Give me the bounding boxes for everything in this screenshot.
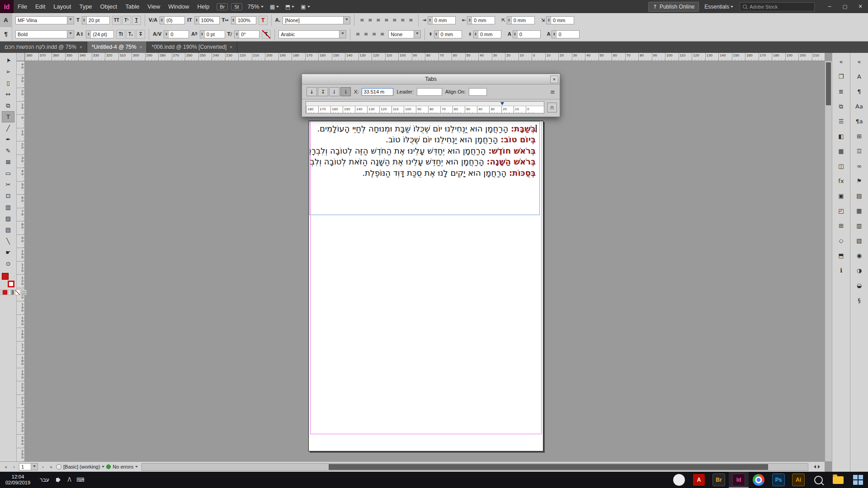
menu-item[interactable]: Table — [121, 0, 143, 13]
scissors-tool[interactable]: ✂ — [2, 179, 14, 190]
rectangle-frame-tool[interactable]: ⊠ — [2, 156, 14, 168]
adobe-stock-search-input[interactable]: Adobe Stock — [740, 2, 815, 11]
taskbar-illustrator[interactable]: Ai — [788, 472, 808, 488]
strikethrough-button[interactable]: T — [136, 30, 145, 39]
info-panel-icon[interactable]: ℹ — [834, 263, 849, 278]
free-transform-tool[interactable]: ⊡ — [2, 190, 14, 202]
vertical-justification-combo[interactable]: None — [388, 30, 421, 38]
tray-chevron-icon[interactable]: ᐱ — [64, 477, 75, 483]
font-family-combo[interactable]: MF Vilna — [15, 16, 74, 24]
apply-none-button[interactable]: ■ — [15, 290, 20, 295]
horizontal-ruler[interactable]: 3803703603503403303203103002902802702602… — [25, 53, 825, 61]
hyperlinks-panel-icon[interactable]: ∞ — [852, 159, 867, 174]
balance-columns-button[interactable]: ≡ — [370, 30, 378, 38]
justify-last-left-button[interactable]: ≡ — [399, 16, 406, 24]
tab-stop-marker[interactable] — [500, 102, 504, 107]
preflight-menu-icon[interactable] — [56, 464, 61, 469]
object-styles-panel-icon[interactable]: ▣ — [834, 188, 849, 203]
zoom-level-dropdown[interactable]: 75% — [248, 3, 264, 10]
close-tab-icon[interactable]: × — [80, 45, 82, 50]
close-tab-icon[interactable]: × — [140, 45, 142, 50]
center-justified-tab-icon[interactable]: ↧ — [318, 87, 328, 96]
pasteboard[interactable]: בְּשַׁבָּת: הָרַחֲמָן הוּא יַנְחִילֵנוּ … — [25, 61, 825, 461]
glyphs-panel-icon[interactable]: ⊞ — [852, 129, 867, 144]
scroll-right-icon[interactable] — [818, 465, 822, 469]
close-icon[interactable]: ✕ — [550, 75, 558, 83]
vertical-scale-field[interactable]: 100% — [194, 16, 220, 24]
paragraph-panel-icon[interactable]: ¶ — [852, 84, 867, 99]
menu-item[interactable]: Window — [164, 0, 193, 13]
pathfinder-panel-icon[interactable]: ◇ — [834, 233, 849, 248]
pencil-tool[interactable]: ✎ — [2, 145, 14, 156]
arrange-documents-dropdown[interactable]: ▣ — [301, 4, 310, 10]
collapse-panels-icon[interactable]: « — [834, 54, 849, 69]
gradient-panel-icon[interactable]: ◫ — [834, 159, 849, 174]
eyedropper-tool[interactable]: ╲ — [2, 235, 14, 247]
x-position-field[interactable]: 33.514 m — [362, 88, 393, 96]
text-wrap-panel-icon[interactable]: ◰ — [834, 203, 849, 218]
taskbar-acrobat[interactable]: A — [689, 472, 709, 488]
gap-tool[interactable]: ↔ — [2, 89, 14, 100]
align-left-button[interactable]: ≡ — [374, 16, 382, 24]
align-towards-spine-button[interactable]: ≡ — [354, 30, 362, 38]
menu-item[interactable]: Edit — [31, 0, 49, 13]
superscript-button[interactable]: T¹ — [122, 16, 131, 25]
preflight-status[interactable]: No errors — [113, 464, 133, 469]
font-size-field[interactable]: 20 pt — [82, 16, 110, 24]
taskbar-bridge[interactable]: Br — [709, 472, 729, 488]
preflight-profile[interactable]: [Basic] (working) — [63, 464, 100, 469]
line-tool[interactable]: ╱ — [2, 122, 14, 134]
page-tool[interactable]: ▯ — [2, 77, 14, 89]
taskbar-creative-cloud[interactable] — [669, 472, 689, 488]
vertical-scrollbar[interactable] — [825, 61, 832, 461]
notes-panel-icon[interactable]: ▤ — [852, 188, 867, 203]
content-collector-tool[interactable]: ⧉ — [2, 100, 14, 111]
right-indent-field[interactable]: ⇤0 mm — [462, 16, 495, 24]
vertical-scrollbar-thumb[interactable] — [826, 62, 831, 105]
horizontal-scale-field[interactable]: 100% — [231, 16, 256, 24]
panel-menu-icon[interactable]: ≡ — [550, 89, 555, 95]
small-caps-button[interactable]: Tt — [116, 30, 125, 39]
close-button[interactable]: ✕ — [853, 0, 868, 13]
links-panel-icon[interactable]: ⧉ — [834, 99, 849, 114]
drop-cap-chars-field[interactable]: A0 — [547, 30, 580, 38]
first-line-indent-field[interactable]: ⇱0 mm — [501, 16, 534, 24]
menu-item[interactable]: Help — [193, 0, 213, 13]
preflight-status-dropdown-icon[interactable] — [135, 466, 138, 469]
direct-selection-tool[interactable]: ➢ — [2, 66, 14, 77]
pages-panel-icon[interactable]: ❐ — [834, 69, 849, 84]
first-page-button[interactable]: « — [3, 465, 9, 469]
note-tool[interactable]: ▤ — [2, 224, 14, 235]
expand-panels-icon[interactable]: « — [852, 54, 867, 69]
previous-page-button[interactable]: ‹ — [11, 465, 17, 469]
text-frame[interactable]: בְּשַׁבָּת: הָרַחֲמָן הוּא יַנְחִילֵנוּ … — [309, 121, 540, 215]
justify-last-right-button[interactable]: ≡ — [382, 16, 390, 24]
align-panel-icon[interactable]: ⊞ — [834, 218, 849, 233]
color-panel-icon[interactable]: ◧ — [834, 129, 849, 144]
type-tool[interactable]: T — [2, 111, 14, 122]
close-tab-icon[interactable]: × — [230, 45, 232, 50]
hyphenate-button[interactable]: ≡ — [378, 30, 386, 38]
touch-keyboard-icon[interactable]: ⌨ — [75, 477, 86, 483]
document-tab[interactable]: לקח הנפשות חכם.indd @ 75%× — [0, 41, 87, 53]
menu-item[interactable]: View — [143, 0, 164, 13]
pen-tool[interactable]: ✒ — [2, 134, 14, 145]
taskbar-indesign[interactable]: Id — [729, 472, 749, 488]
kerning-field[interactable]: (0) — [160, 16, 185, 24]
taskbar-chrome[interactable] — [749, 472, 769, 488]
rectangle-tool[interactable]: ▭ — [2, 168, 14, 179]
menu-item[interactable]: Layout — [49, 0, 75, 13]
preflight-profile-dropdown-icon[interactable] — [102, 466, 104, 469]
fill-swatch[interactable] — [2, 273, 9, 280]
ruler-origin-corner[interactable] — [17, 53, 25, 61]
space-before-field[interactable]: ⇞0 mm — [429, 30, 462, 38]
tabs-dialog-titlebar[interactable]: Tabs ✕ — [302, 74, 560, 84]
maximize-button[interactable]: ▢ — [837, 0, 853, 13]
cc-libraries-panel-icon[interactable]: ⬒ — [834, 248, 849, 263]
tracking-field[interactable]: 0 — [164, 30, 189, 38]
left-indent-field[interactable]: ⇥0 mm — [422, 16, 455, 24]
story-panel-icon[interactable]: ☲ — [852, 144, 867, 159]
taskbar-start[interactable] — [848, 472, 868, 488]
subscript-button[interactable]: T₁ — [126, 30, 135, 39]
align-center-button[interactable]: ≡ — [366, 16, 374, 24]
